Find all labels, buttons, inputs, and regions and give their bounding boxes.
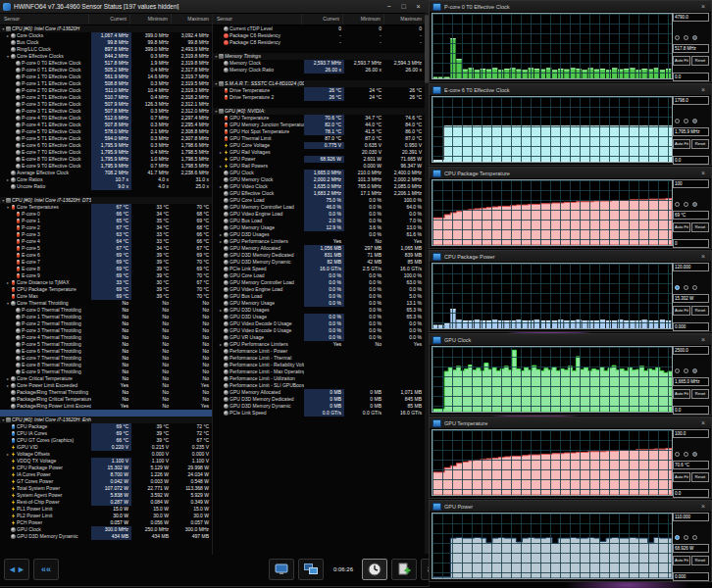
sensor-row[interactable]: GPU Bus Load0.0 %0.0 %5.0 % [213,293,425,300]
graph-plot-area[interactable] [432,263,673,329]
sensor-row[interactable]: Package C8 Residency--- [213,39,425,46]
expand-caret-icon[interactable]: ▸ [218,149,224,156]
monitor-button[interactable] [269,559,294,580]
sensor-row[interactable]: CPU IA Cores69 °C39 °C72 °C [0,430,212,437]
swap-columns-button[interactable]: ◄► [4,559,29,580]
sensor-row[interactable]: ▸GPU Video Clock1,635.0 MHz765.0 MHz2,08… [213,183,425,190]
scale-radio-0[interactable] [675,368,680,373]
sensor-row[interactable]: GPU Video Encode 0 Usage0.0 %0.0 %0.0 % [213,327,425,334]
scale-radio-2[interactable] [692,119,697,123]
sensor-row[interactable]: VDDQ TX Voltage1.100 V1.100 V1.100 V [0,458,212,465]
sensor-group-row[interactable]: ▾GPU [#0]: NVIDIA: [213,108,425,115]
graph-close-button[interactable]: × [698,3,708,10]
graph-titlebar[interactable]: E-core 6 T0 Effective Clock× [430,84,711,96]
graph-titlebar[interactable]: CPU Package Temperature× [430,168,711,179]
expand-caret-icon[interactable]: ▸ [5,279,11,286]
scale-radio-1[interactable] [684,285,688,290]
scale-min-value[interactable]: 0.0 [673,489,709,498]
reset-button[interactable]: Reset [691,222,709,232]
graph-close-button[interactable]: × [698,419,708,426]
scale-max-value[interactable]: 120.000 [673,263,709,271]
sensor-row[interactable]: P-core 267 °C34 °C68 °C [0,224,212,231]
sensor-row[interactable]: ▾Core Thermal ThrottlingNoNoNo [0,300,212,307]
sensor-row[interactable]: GPU Memory Controller Load0.0 %0.0 %63.0… [213,279,425,286]
sensor-row[interactable]: ▸GPU Performance LimitersYesNoYes [213,238,425,245]
sensor-group-row[interactable]: ▾CPU [#0]: Intel Core i7-13620H [0,25,212,32]
sensor-row[interactable]: GPU Effective Clock1,683.2 MHz17.1 MHz2,… [213,190,425,197]
close-button[interactable]: × [411,1,426,12]
scale-min-value[interactable]: 0.0 [673,73,709,81]
sensor-row[interactable]: GPU Core Load0.0 %0.0 %100.0 % [213,272,425,279]
sensor-row[interactable]: Current cTDP Level000 [213,25,425,32]
scale-radio-2[interactable] [692,368,697,373]
auto-fit-button[interactable]: Auto Fit [673,139,690,149]
sensor-row[interactable]: P-core 0 Thermal ThrottlingNoNoNo [0,307,212,314]
sensor-row[interactable]: ▸Core Distance to TjMAX33 °C30 °C67 °C [0,279,212,286]
sensor-row[interactable]: E-core 8 T0 Effective Clock1,795.9 MHz1.… [0,156,212,163]
sensor-row[interactable]: Package/Ring Power Limit ExceededYesNoYe… [0,403,212,410]
auto-fit-button[interactable]: Auto Fit [673,556,690,565]
sensor-row[interactable]: Performance Limit - SLI GPUBoost Sync [213,382,425,389]
sensor-row[interactable]: P-core 3 T1 Effective Clock507.8 MHz0.3 … [0,108,212,115]
graph-plot-area[interactable] [432,346,673,413]
scale-radio-1[interactable] [684,452,688,457]
sensor-row[interactable]: P-core 1 T0 Effective Clock561.9 MHz14.6… [0,74,212,80]
graph-close-button[interactable]: × [698,336,708,343]
sensor-row[interactable]: GPU Memory Usage0.0 %0.0 %13.1 % [213,300,425,307]
sensor-row[interactable]: ▾Core Effective Clocks844.2 MHz0.3 MHz2,… [0,53,212,60]
sensor-row[interactable]: PL1 Power Limit15.0 W15.0 W15.0 W [0,506,212,513]
maximize-button[interactable]: □ [396,1,411,12]
sensor-row[interactable]: ▸Core Power Limit ExceededYesNoYes [0,382,212,389]
sensor-row[interactable]: Average Effective Clock708.2 MHz41.7 MHz… [0,170,212,176]
column-header-minimum[interactable]: Minimum [129,14,171,24]
sensor-row[interactable]: System Agent Power5.838 W3.592 W5.929 W [0,492,212,499]
scale-min-value[interactable]: 0.0 [673,406,709,415]
sensor-row[interactable]: GPU Video Engine Load0.0 %0.0 %0.0 % [213,286,425,293]
expand-caret-icon[interactable]: ▸ [5,451,11,458]
sensor-row[interactable]: GPU Core Load75.0 %0.0 %100.0 % [213,197,425,204]
remote-share-button[interactable] [298,559,324,580]
sensor-row[interactable]: P-core 2 Thermal ThrottlingNoNoNo [0,320,212,327]
sensor-row[interactable]: Rest-of-Chip Power0.287 W0.084 W0.349 W [0,499,212,506]
sensor-row[interactable]: P-core 2 T1 Effective Clock510.7 MHz0.4 … [0,94,212,101]
sensor-row[interactable]: E-core 7 Thermal ThrottlingNoNoNo [0,355,212,362]
sensor-row[interactable]: E-core 769 °C39 °C70 °C [0,259,212,266]
reset-button[interactable]: Reset [691,472,709,482]
sensor-row[interactable]: GT Cores Power0.042 W0.003 W0.548 W [0,478,212,485]
sensor-row[interactable]: P-core 3 T0 Effective Clock507.9 MHz126.… [0,101,212,108]
scale-radio-2[interactable] [692,535,697,540]
graph-titlebar[interactable]: GPU Temperature× [430,417,711,429]
auto-fit-button[interactable]: Auto Fit [673,56,690,66]
sensor-row[interactable]: GPU D3D Memory Dynamic82 MB42 MB85 MB [213,259,425,266]
sensor-row[interactable]: P-core 5 T0 Effective Clock578.0 MHz2.1 … [0,128,212,135]
auto-fit-button[interactable]: Auto Fit [673,389,690,399]
reset-button[interactable]: Reset [691,389,709,399]
scale-radio-0[interactable] [675,285,680,290]
sensor-row[interactable]: P-core 066 °C34 °C68 °C [0,211,212,218]
reset-button[interactable]: Reset [691,556,709,565]
window-titlebar[interactable]: HWiNFO64 v7.36-4960 Sensor Status [197 v… [0,0,429,14]
sensor-row[interactable]: GPU Memory Allocated0 MB0 MB1,071 MB [213,389,425,396]
sensor-row[interactable]: E-core 9 Thermal ThrottlingNoNoNo [0,368,212,375]
sensor-row[interactable]: Performance Limit - Utilization [213,375,425,382]
column-header-current[interactable]: Current [88,14,129,24]
sensor-row[interactable]: CPU Package69 °C39 °C72 °C [0,423,212,430]
sensor-row[interactable]: P-core 165 °C35 °C69 °C [0,218,212,224]
scale-min-value[interactable]: 0.000 [673,322,709,331]
sensor-row[interactable]: Package/Ring Critical TemperatureNoNoNo [0,396,212,403]
sensor-row[interactable]: GPU VR Usage0.0 %0.0 %0.0 % [213,334,425,341]
scale-radio-2[interactable] [692,285,697,290]
sensor-row[interactable]: P-core 1 Thermal ThrottlingNoNoNo [0,314,212,320]
sensor-row[interactable]: ▸Core Clocks1,067.4 MHz399.0 MHz3,092.4 … [0,32,212,39]
sensor-row[interactable]: P-core 0 T0 Effective Clock517.8 MHz1.9 … [0,60,212,67]
sensor-row[interactable]: ▸Core Ratios10.7 x4.0 x31.0 x [0,176,212,183]
sensor-group-row[interactable]: ▾CPU [#0]: Intel Core i7-13620H: DTS [0,197,212,204]
reset-button[interactable]: Reset [691,306,709,316]
graph-plot-area[interactable] [432,96,673,163]
sensor-row[interactable]: Core Max69 °C39 °C70 °C [0,293,212,300]
sensor-row[interactable]: P-core 5 Thermal ThrottlingNoNoNo [0,341,212,348]
graph-plot-area[interactable] [432,513,673,579]
sensor-row[interactable]: PCIe Link Speed0.0 GT/s0.0 GT/s16.0 GT/s [213,410,425,416]
selected-empty-row[interactable] [0,410,212,416]
column-header-maximum[interactable]: Maximum [171,14,212,24]
